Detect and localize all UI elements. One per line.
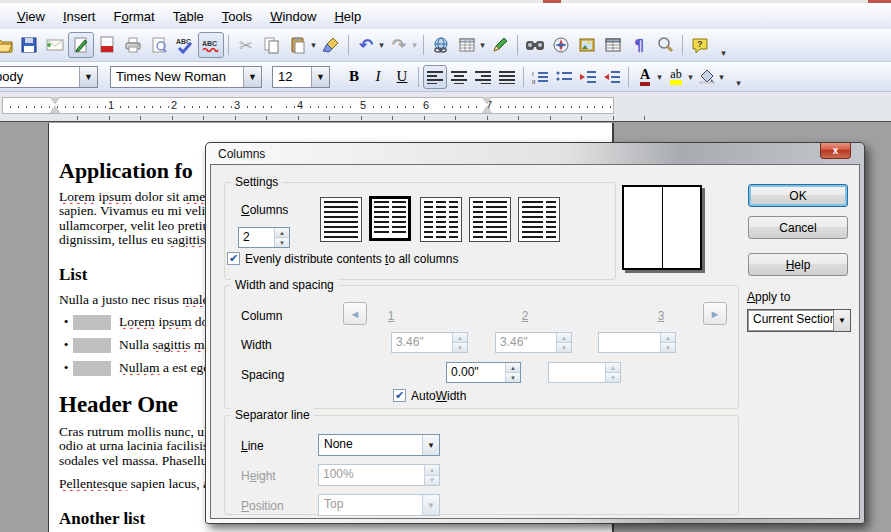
preset-left-narrow[interactable]: [469, 197, 511, 242]
numbered-list-icon[interactable]: III: [528, 65, 552, 89]
page-preview-icon[interactable]: [146, 32, 172, 58]
font-name-combo[interactable]: Times New Roman ▼: [110, 66, 262, 88]
columns-label: Columns: [241, 203, 288, 217]
help-button[interactable]: Help: [748, 253, 848, 276]
auto-spellcheck-icon[interactable]: ABC: [198, 32, 224, 58]
draw-functions-icon[interactable]: [487, 32, 513, 58]
gallery-icon[interactable]: [574, 32, 600, 58]
position-dropdown: Top ▼: [318, 494, 440, 516]
chevron-down-icon[interactable]: ▼: [79, 67, 97, 87]
ruler-number: 5: [358, 99, 368, 111]
data-sources-icon[interactable]: [600, 32, 626, 58]
font-color-icon[interactable]: A: [633, 65, 657, 89]
spin-down-icon[interactable]: ▼: [506, 373, 520, 382]
menu-insert[interactable]: Insert: [54, 6, 105, 27]
align-center-icon[interactable]: [447, 65, 471, 89]
highlighting-icon[interactable]: ab: [664, 65, 688, 89]
field-shading: [73, 361, 111, 376]
ruler-strip: 1 2 3 4 5 6 7: [2, 97, 614, 114]
ok-button[interactable]: OK: [748, 184, 848, 207]
spin-up-icon[interactable]: ▲: [506, 363, 520, 373]
dialog-title: Columns: [218, 147, 265, 161]
autowidth-checkbox[interactable]: ✔ AutoWidth: [393, 389, 466, 403]
edit-file-icon[interactable]: [68, 32, 94, 58]
svg-text:II: II: [532, 79, 536, 84]
paragraph-style-combo[interactable]: ext body ▼: [0, 66, 98, 88]
open-icon[interactable]: [0, 32, 16, 58]
autowidth-label: AutoWidth: [411, 389, 466, 403]
font-size-combo[interactable]: 12 ▼: [272, 66, 330, 88]
indent-marker-right[interactable]: [482, 97, 492, 113]
decrease-indent-icon[interactable]: [576, 65, 600, 89]
navigator-icon[interactable]: [548, 32, 574, 58]
bold-button[interactable]: B: [342, 65, 366, 89]
bullet-glyph: •: [59, 314, 73, 330]
background-color-icon[interactable]: [695, 65, 719, 89]
font-color-dropdown-icon[interactable]: ▾: [655, 72, 664, 82]
chevron-down-icon[interactable]: ▼: [833, 310, 850, 331]
ruler-tab-stops: [47, 116, 647, 120]
preset-two-columns[interactable]: [369, 196, 411, 241]
dialog-body: Settings Columns 2 ▲▼ ✔ Evenly distribut…: [210, 164, 860, 519]
export-pdf-icon[interactable]: [94, 32, 120, 58]
preset-one-column[interactable]: [320, 197, 362, 242]
preset-three-columns[interactable]: [420, 197, 462, 242]
column-header-3: 3: [658, 309, 665, 323]
clone-formatting-icon[interactable]: [318, 32, 344, 58]
spacing-spinner-1[interactable]: 0.00" ▲▼: [446, 362, 521, 383]
hyperlink-icon[interactable]: [428, 32, 454, 58]
print-icon[interactable]: [120, 32, 146, 58]
menu-view[interactable]: View: [8, 6, 54, 27]
preset-right-narrow[interactable]: [518, 197, 560, 242]
underline-button[interactable]: U: [390, 65, 414, 89]
zoom-icon[interactable]: [652, 32, 678, 58]
evenly-distribute-checkbox[interactable]: ✔ Evenly distribute contents to all colu…: [227, 252, 458, 266]
highlighting-dropdown-icon[interactable]: ▾: [686, 72, 695, 82]
menu-window[interactable]: Window: [261, 6, 325, 27]
help-icon[interactable]: ?: [687, 32, 713, 58]
menu-tools[interactable]: Tools: [213, 6, 261, 27]
email-icon[interactable]: [42, 32, 68, 58]
column-nav-right-icon[interactable]: ►: [703, 302, 727, 325]
indent-marker-left[interactable]: [50, 97, 60, 113]
chevron-down-icon[interactable]: ▼: [311, 67, 329, 87]
formatting-marks-icon[interactable]: ¶: [626, 32, 652, 58]
separator-group-label: Separator line: [231, 408, 314, 422]
field-shading: [73, 315, 111, 330]
undo-icon[interactable]: ↶: [353, 32, 379, 58]
align-left-icon[interactable]: [423, 65, 447, 89]
spin-down-icon[interactable]: ▼: [275, 238, 289, 247]
dialog-title-bar[interactable]: Columns: [206, 143, 864, 164]
cancel-button[interactable]: Cancel: [748, 216, 848, 239]
align-right-icon[interactable]: [471, 65, 495, 89]
spin-up-icon[interactable]: ▲: [275, 228, 289, 238]
find-replace-icon[interactable]: [522, 32, 548, 58]
svg-text:I: I: [532, 71, 534, 77]
menu-table[interactable]: Table: [164, 6, 213, 27]
apply-to-dropdown[interactable]: Current Section ▼: [747, 309, 851, 332]
column-nav-left-icon[interactable]: ◄: [343, 302, 367, 325]
menu-format[interactable]: Format: [104, 6, 163, 27]
width-spacing-group: Width and spacing Column ◄ 1 2 3 ► Width…: [224, 285, 739, 409]
chevron-down-icon[interactable]: ▼: [243, 67, 261, 87]
increase-indent-icon[interactable]: [600, 65, 624, 89]
ruler[interactable]: 1 2 3 4 5 6 7: [0, 92, 891, 122]
table-icon[interactable]: [454, 32, 480, 58]
paste-icon[interactable]: [285, 32, 311, 58]
bullet-list-icon[interactable]: [552, 65, 576, 89]
copy-icon[interactable]: [259, 32, 285, 58]
close-icon[interactable]: x: [820, 143, 851, 159]
save-icon[interactable]: [16, 32, 42, 58]
spellcheck-icon[interactable]: ABC: [172, 32, 198, 58]
toolbar-separator: [423, 35, 424, 55]
toolbar-overflow-icon[interactable]: ▾: [719, 48, 728, 58]
chevron-down-icon[interactable]: ▼: [422, 435, 439, 455]
toolbar-overflow-icon[interactable]: ▾: [734, 78, 743, 88]
italic-button[interactable]: I: [366, 65, 390, 89]
background-color-dropdown-icon[interactable]: ▾: [717, 72, 726, 82]
menu-help[interactable]: Help: [325, 6, 370, 27]
columns-dialog: Columns x Settings Columns 2 ▲▼ ✔ Evenly…: [205, 142, 865, 524]
justify-icon[interactable]: [495, 65, 519, 89]
line-style-dropdown[interactable]: None ▼: [318, 434, 440, 456]
columns-count-spinner[interactable]: 2 ▲▼: [238, 227, 290, 248]
